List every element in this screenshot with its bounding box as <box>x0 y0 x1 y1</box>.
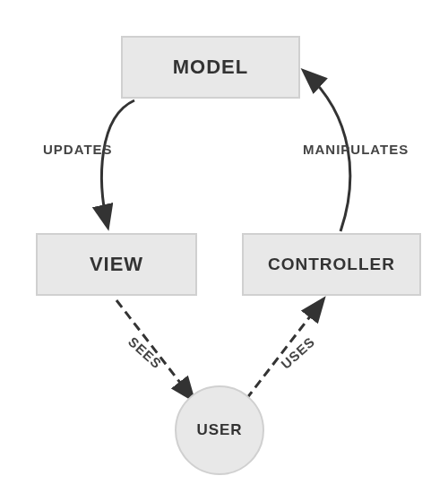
user-node: USER <box>175 385 264 475</box>
edge-label-uses: USES <box>278 333 318 372</box>
user-label: USER <box>196 421 242 439</box>
view-node: VIEW <box>36 233 197 296</box>
model-label: MODEL <box>173 56 248 79</box>
edge-label-sees: SEES <box>125 333 165 371</box>
model-node: MODEL <box>121 36 300 99</box>
arrow-model-to-view <box>102 100 134 226</box>
view-label: VIEW <box>90 253 143 276</box>
edge-label-manipulates: MANIPULATES <box>303 142 409 157</box>
arrow-view-to-user <box>116 300 193 399</box>
controller-node: CONTROLLER <box>242 233 421 296</box>
edge-label-updates: UPDATES <box>43 142 113 157</box>
controller-label: CONTROLLER <box>268 255 395 274</box>
